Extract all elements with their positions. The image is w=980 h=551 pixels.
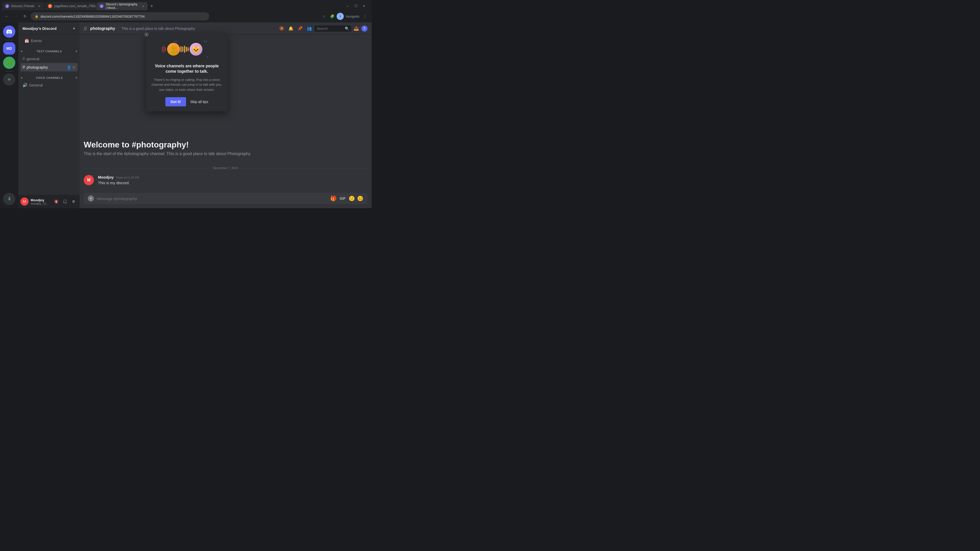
url-text: discord.com/channels/1182340668610330694… [41,14,145,18]
wave-bar-4 [184,46,185,53]
tab-title-2: pageflows.com/_/emails_/7fb5... [54,4,98,8]
user-avatar: M [21,197,29,206]
message-input-area: + Message #photography 🎁 GIF 🙂 😊 [80,193,372,208]
server-icon-green[interactable]: 🌿 [3,57,15,69]
voice-channels-arrow: ▼ [21,76,23,79]
add-voice-channel-button[interactable]: + [75,76,78,80]
tip-actions: Got it! Skip all tips [151,97,223,106]
extension-button[interactable]: 🧩 [328,13,336,20]
channel-header: # photography This is a good place to ta… [80,22,372,35]
tab-discord-friends[interactable]: ⚡ Discord | Friends ✕ [2,2,45,10]
address-bar[interactable]: 🔒 discord.com/channels/11823406686103306… [30,12,209,21]
input-actions: 🎁 GIF 🙂 😊 [330,195,363,202]
bookmark-button[interactable]: ☆ [320,13,328,20]
menu-button[interactable]: ⋮ [361,13,369,20]
member-list-button[interactable]: 👥 [305,24,313,33]
tab-bar: ⚡ Discord | Friends ✕ P pageflows.com/_/… [0,0,372,10]
channel-list: 📅 Events ▼ TEXT CHANNELS + # general # p… [18,35,80,195]
attach-file-button[interactable]: + [88,195,94,202]
gift-icon-button[interactable]: 🎁 [330,195,337,202]
tab-favicon-1: ⚡ [5,4,9,8]
channel-sidebar: Moodjoy's Discord ▼ 📅 Events ▼ TEXT CHAN… [18,22,80,208]
mute-button[interactable]: 🔇 [52,197,60,206]
lock-icon: 🔒 [35,14,38,18]
tab-close-1[interactable]: ✕ [37,4,41,8]
channel-name-general: general [27,57,39,61]
tip-close-button[interactable]: ✕ [144,32,149,37]
tab-title-1: Discord | Friends [11,4,34,8]
restore-button[interactable]: ❐ [352,3,360,10]
channel-item-photography[interactable]: # photography 👤 ⚙ [21,63,78,71]
search-bar[interactable]: Search 🔍 [314,25,351,32]
message-row: M Moodjoy Today at 11:20 PM This is my d… [84,174,368,187]
search-placeholder: Search [317,27,343,30]
new-tab-button[interactable]: + [148,3,155,10]
server-name: Moodjoy's Discord [22,26,73,30]
events-item[interactable]: 📅 Events [21,37,78,45]
refresh-button[interactable]: ↻ [21,13,29,20]
channel-welcome: Welcome to #photography! This is the sta… [84,140,368,156]
svg-point-1 [170,51,177,54]
emoji-button[interactable]: 😊 [357,195,363,202]
server-icon-home[interactable] [3,25,15,38]
events-label: Events [31,39,42,43]
message-input[interactable]: Message #photography [97,197,327,201]
message-header: Moodjoy Today at 11:20 PM [98,175,368,179]
got-it-button[interactable]: Got it! [165,97,186,106]
channel-name-photography: photography [27,65,48,69]
add-text-channel-button[interactable]: + [75,49,78,54]
channel-hash-icon: # [22,56,25,62]
inbox-button[interactable]: 📥 [352,24,360,33]
close-button[interactable]: ✕ [360,3,368,10]
message-text: This is my discord. [98,180,368,186]
svg-point-0 [172,46,176,50]
gif-button[interactable]: GIF [339,196,347,201]
wave-bar-1 [179,47,180,51]
user-controls: 🔇 🎧 ⚙ [52,197,78,206]
channel-gear-icon[interactable]: ⚙ [72,65,76,69]
voice-channel-general[interactable]: 🔊 General [21,81,78,89]
minimize-button[interactable]: ─ [344,3,351,10]
welcome-desc: This is the start of the #photography ch… [84,151,368,156]
welcome-title: Welcome to #photography! [84,140,368,149]
sound-waves [179,46,189,53]
channel-header-desc: This is a good place to talk about Photo… [121,27,275,30]
tab-close-3[interactable]: ✕ [142,4,145,8]
tab-favicon-3: ⚡ [100,4,103,8]
channel-settings-icon[interactable]: 👤 [67,65,71,69]
download-app-button[interactable]: ⬇ [3,193,15,205]
wave-bar-6 [188,47,189,51]
calendar-icon: 📅 [24,39,29,43]
deafen-button[interactable]: 🎧 [61,197,69,206]
user-info: Moodjoy moodjoy_72... [30,198,50,205]
text-channels-category[interactable]: ▼ TEXT CHANNELS + [18,45,80,55]
discord-app: MD 🌿 + ⬇ Moodjoy's Discord ▼ 📅 Events ▼ … [0,22,372,208]
pin-messages-button[interactable]: 📌 [296,24,304,33]
tab-pageflows[interactable]: P pageflows.com/_/emails_/7fb5... ✕ [45,2,96,10]
message-content: Moodjoy Today at 11:20 PM This is my dis… [98,175,368,186]
add-server-button[interactable]: + [3,73,15,86]
forward-button[interactable]: → [12,13,19,20]
sound-waves-left [162,46,166,53]
skip-all-button[interactable]: Skip all tips [190,100,208,104]
tab-discord-photography[interactable]: ⚡ Discord | #photography | Mood... ✕ [97,2,148,10]
incognito-label: Incognito [345,14,360,18]
message-author: Moodjoy [98,175,114,179]
server-divider-2 [5,71,13,71]
mute-notifications-button[interactable]: 🔕 [278,24,286,33]
channel-item-general[interactable]: # general [21,55,78,63]
user-avatar-text: M [23,200,26,203]
user-settings-button[interactable]: ⚙ [69,197,78,206]
help-button[interactable]: ? [361,25,368,32]
sticker-button[interactable]: 🙂 [348,195,355,202]
notification-bell-button[interactable]: 🔔 [287,24,295,33]
server-icon-md[interactable]: MD [3,42,15,55]
back-button[interactable]: ← [3,13,10,20]
text-channels-label: TEXT CHANNELS [37,50,62,53]
voice-channels-category[interactable]: ▼ VOICE CHANNELS + [18,71,80,81]
channel-header-hash-icon: # [84,25,87,32]
profile-button[interactable]: I [337,13,344,20]
date-text: December 7, 2023 [213,166,239,170]
wave-bar-left-3 [165,47,166,51]
server-header[interactable]: Moodjoy's Discord ▼ [18,22,80,35]
